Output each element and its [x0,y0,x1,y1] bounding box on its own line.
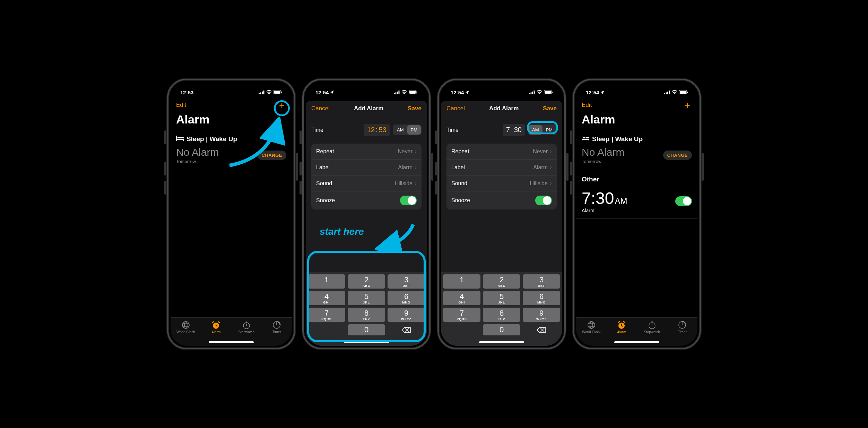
add-alarm-button[interactable]: ＋ [277,99,286,111]
key-3[interactable]: 3DEF [523,274,560,289]
notch [202,82,261,93]
label-row[interactable]: Label Alarm› [446,160,557,176]
wifi-icon [672,89,677,95]
svg-rect-13 [409,91,416,94]
timer-icon [667,320,698,329]
alarm-toggle[interactable] [675,196,692,206]
notch [607,82,666,93]
tab-bar: World Clock Alarm Stopwatch Timer [171,317,292,346]
add-alarm-button[interactable]: ＋ [683,99,692,111]
backspace-icon: ⌫ [537,326,546,334]
svg-rect-2 [281,92,282,93]
key-delete[interactable]: ⌫ [388,324,425,335]
pm-option[interactable]: PM [407,125,421,135]
key-9[interactable]: 9WXYZ [523,308,560,322]
snooze-toggle[interactable] [535,196,552,205]
change-button[interactable]: CHANGE [663,151,692,160]
key-7[interactable]: 7PQRS [308,308,345,322]
snooze-toggle[interactable] [400,196,417,205]
battery-icon [274,89,282,95]
location-icon [600,89,604,95]
key-3[interactable]: 3DEF [388,274,425,289]
key-6[interactable]: 6MNO [388,291,425,305]
ampm-segment[interactable]: AM PM [393,125,422,135]
wifi-icon [537,89,542,95]
key-7[interactable]: 7PQRS [443,308,480,322]
key-8[interactable]: 8TUV [483,308,520,322]
key-4[interactable]: 4GHI [308,291,345,305]
repeat-row[interactable]: Repeat Never› [446,144,557,160]
edit-button[interactable]: Edit [176,102,186,109]
home-indicator[interactable] [344,341,389,343]
status-time: 12:54 [451,89,464,95]
pm-option[interactable]: PM [542,125,556,135]
phone-frame-4: 12:54 Edit ＋ Alarm Sleep | Wake Up No Al… [573,79,701,349]
home-indicator[interactable] [614,341,659,343]
am-option[interactable]: AM [393,125,407,135]
key-4[interactable]: 4GHI [443,291,480,305]
time-input[interactable]: 12 : 53 [364,124,390,136]
tab-world-clock[interactable]: World Clock [171,320,201,346]
key-1[interactable]: 1 [308,274,345,289]
repeat-row[interactable]: Repeat Never› [311,144,422,160]
other-section-header: Other [576,169,697,185]
key-6[interactable]: 6MNO [523,291,560,305]
battery-icon [409,89,417,95]
phone-frame-2: 12:54 Cancel Add Alarm Save Time 12 [302,79,431,349]
am-option[interactable]: AM [529,125,542,135]
backspace-icon: ⌫ [401,326,411,334]
no-alarm-text: No Alarm [582,146,624,158]
svg-rect-20 [687,92,688,93]
alarm-options: Repeat Never› Label Alarm› Sound Hillsid… [311,144,422,209]
label-row[interactable]: Label Alarm› [311,160,422,176]
key-1[interactable]: 1 [443,274,480,289]
location-icon [330,89,334,95]
save-button[interactable]: Save [408,105,422,112]
ampm-segment[interactable]: AM PM [528,125,557,135]
globe-icon [171,320,201,329]
key-8[interactable]: 8TUV [348,308,385,322]
screen-2: 12:54 Cancel Add Alarm Save Time 12 [306,82,427,346]
sleep-section-header: Sleep | Wake Up [576,129,697,145]
annotation-start-here: start here [320,226,364,237]
chevron-right-icon: › [550,148,552,155]
screen-3: 12:54 Cancel Add Alarm Save Time 7 : [441,82,562,346]
svg-rect-1 [274,91,280,94]
tab-timer[interactable]: Timer [262,320,292,346]
time-input[interactable]: 7 : 30 [503,124,525,136]
edit-button[interactable]: Edit [582,102,592,109]
key-delete[interactable]: ⌫ [523,324,560,335]
snooze-row: Snooze [311,191,422,209]
key-blank [443,324,480,335]
home-indicator[interactable] [209,341,254,343]
change-button[interactable]: CHANGE [258,151,286,160]
save-button[interactable]: Save [543,105,557,112]
screen-4: 12:54 Edit ＋ Alarm Sleep | Wake Up No Al… [576,82,697,346]
bed-icon [176,135,184,143]
alarm-row[interactable]: 7:30 AM Alarm [576,185,697,219]
sheet-title: Add Alarm [489,105,519,112]
sound-row[interactable]: Sound Hillside› [311,176,422,191]
time-row: Time 7 : 30 AM PM [441,116,562,144]
cancel-button[interactable]: Cancel [446,105,465,112]
page-title: Alarm [576,113,697,129]
alarm-icon [607,320,637,329]
signal-icon [529,89,535,95]
key-2[interactable]: 2ABC [483,274,520,289]
chevron-right-icon: › [415,148,417,155]
phone-frame-1: 12:53 Edit ＋ Alarm Sleep | [167,79,295,349]
tab-world-clock[interactable]: World Clock [576,320,607,346]
sound-row[interactable]: Sound Hillside› [446,176,557,191]
key-2[interactable]: 2ABC [348,274,385,289]
home-indicator[interactable] [479,341,524,343]
key-5[interactable]: 5JKL [348,291,385,305]
nav-bar: Edit ＋ [576,97,697,113]
key-0[interactable]: 0 [483,324,520,335]
cancel-button[interactable]: Cancel [311,105,330,112]
tab-timer[interactable]: Timer [667,320,698,346]
key-5[interactable]: 5JKL [483,291,520,305]
key-9[interactable]: 9WXYZ [388,308,425,322]
key-0[interactable]: 0 [348,324,385,335]
screen-1: 12:53 Edit ＋ Alarm Sleep | [171,82,292,346]
battery-icon [544,89,553,95]
